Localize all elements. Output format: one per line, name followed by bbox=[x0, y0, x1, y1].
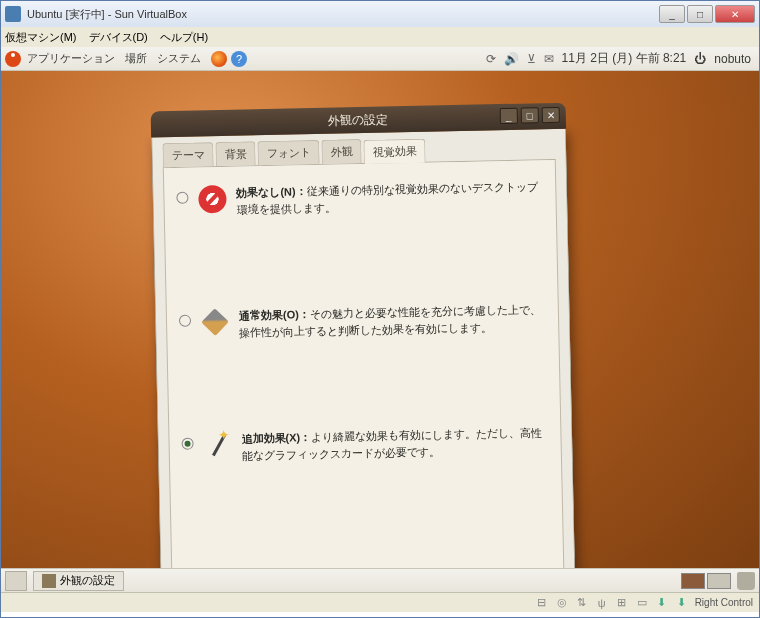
tab-appearance[interactable]: 外観 bbox=[321, 139, 361, 164]
dialog-close-button[interactable]: ✕ bbox=[542, 107, 560, 123]
option-none-text: 効果なし(N)：従来通りの特別な視覚効果のないデスクトップ環境を提供します。 bbox=[236, 178, 544, 217]
workspace-1[interactable] bbox=[681, 573, 705, 589]
radio-extra[interactable] bbox=[181, 438, 193, 450]
workspace-2[interactable] bbox=[707, 573, 731, 589]
user-name[interactable]: nobuto bbox=[714, 52, 751, 66]
menu-places[interactable]: 場所 bbox=[125, 51, 147, 66]
vb-host-key: Right Control bbox=[695, 597, 753, 608]
dialog-minimize-button[interactable]: _ bbox=[500, 108, 518, 124]
radio-normal[interactable] bbox=[179, 315, 191, 327]
option-normal-text: 通常効果(O)：その魅力と必要な性能を充分に考慮した上で、操作性が向上すると判断… bbox=[239, 301, 547, 340]
dialog-title: 外観の設定 bbox=[328, 111, 388, 129]
power-icon[interactable]: ⏻ bbox=[694, 52, 706, 66]
help-icon[interactable]: ? bbox=[231, 51, 247, 67]
vb-mouse-icon[interactable]: ⬇ bbox=[655, 596, 669, 610]
clock[interactable]: 11月 2日 (月) 午前 8:21 bbox=[562, 50, 687, 67]
option-extra-text: 追加効果(X)：より綺麗な効果も有効にします。ただし、高性能なグラフィックスカー… bbox=[241, 424, 549, 463]
workspace-switcher[interactable] bbox=[681, 573, 731, 589]
network-icon[interactable]: ⊻ bbox=[527, 52, 536, 66]
vb-hdd-icon[interactable]: ⊟ bbox=[535, 596, 549, 610]
ubuntu-logo-icon[interactable] bbox=[5, 51, 21, 67]
tab-theme[interactable]: テーマ bbox=[162, 142, 213, 167]
tab-visual-effects[interactable]: 視覚効果 bbox=[363, 139, 425, 164]
vb-usb-icon[interactable]: ψ bbox=[595, 596, 609, 610]
vb-net-icon[interactable]: ⇅ bbox=[575, 596, 589, 610]
menu-help[interactable]: ヘルプ(H) bbox=[160, 30, 208, 45]
effects-normal-icon bbox=[201, 308, 229, 336]
tab-background[interactable]: 背景 bbox=[215, 141, 255, 166]
maximize-button[interactable]: □ bbox=[687, 5, 713, 23]
minimize-button[interactable]: _ bbox=[659, 5, 685, 23]
menu-devices[interactable]: デバイス(D) bbox=[89, 30, 148, 45]
mail-icon[interactable]: ✉ bbox=[544, 52, 554, 66]
window-title: Ubuntu [実行中] - Sun VirtualBox bbox=[27, 7, 659, 22]
effects-extra-icon bbox=[203, 431, 232, 460]
appearance-task-icon bbox=[42, 574, 56, 588]
dialog-maximize-button[interactable]: □ bbox=[521, 107, 539, 123]
vb-cd-icon[interactable]: ◎ bbox=[555, 596, 569, 610]
vb-shared-icon[interactable]: ⊞ bbox=[615, 596, 629, 610]
menu-system[interactable]: システム bbox=[157, 51, 201, 66]
show-desktop-button[interactable] bbox=[5, 571, 27, 591]
volume-icon[interactable]: 🔊 bbox=[504, 52, 519, 66]
menu-applications[interactable]: アプリケーション bbox=[27, 51, 115, 66]
menu-machine[interactable]: 仮想マシン(M) bbox=[5, 30, 77, 45]
close-button[interactable]: ✕ bbox=[715, 5, 755, 23]
taskbar-appearance-button[interactable]: 外観の設定 bbox=[33, 571, 124, 591]
update-icon[interactable]: ⟳ bbox=[486, 52, 496, 66]
radio-none[interactable] bbox=[176, 192, 188, 204]
tab-fonts[interactable]: フォント bbox=[257, 140, 319, 165]
virtualbox-icon bbox=[5, 6, 21, 22]
firefox-icon[interactable] bbox=[211, 51, 227, 67]
virtualbox-menu: 仮想マシン(M) デバイス(D) ヘルプ(H) bbox=[1, 27, 759, 47]
effects-none-icon bbox=[198, 185, 227, 214]
trash-icon[interactable] bbox=[737, 572, 755, 590]
vb-display-icon[interactable]: ▭ bbox=[635, 596, 649, 610]
vb-capture-icon[interactable]: ⬇ bbox=[675, 596, 689, 610]
